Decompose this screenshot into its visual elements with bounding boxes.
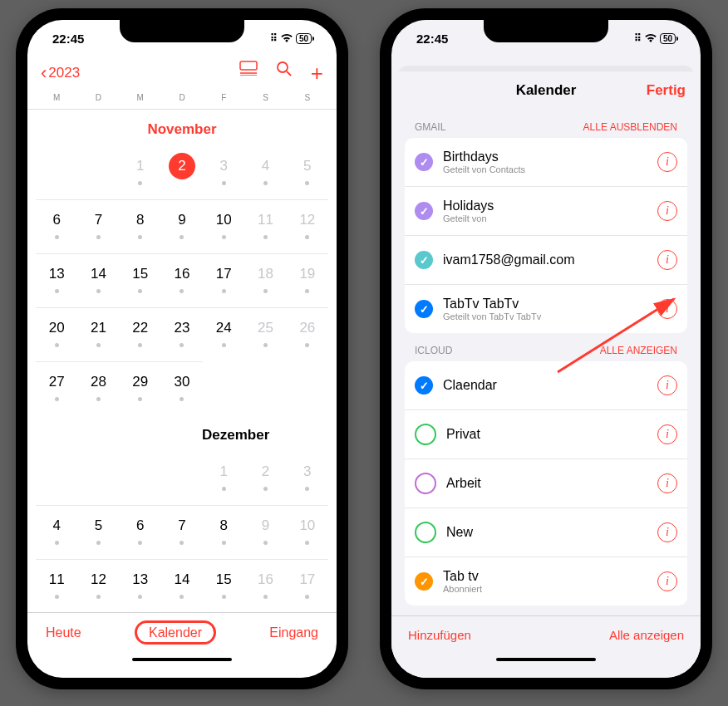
day-cell[interactable]: 14	[77, 253, 119, 307]
day-cell[interactable]: 30	[161, 361, 203, 415]
month-label: November	[36, 110, 328, 146]
calendar-row[interactable]: Newi	[405, 508, 687, 557]
calendar-row[interactable]: Tab tvAbonnierti	[405, 557, 687, 605]
day-cell[interactable]: 13	[120, 559, 161, 612]
day-cell[interactable]: 16	[161, 253, 203, 307]
day-cell[interactable]: 7	[77, 199, 119, 253]
day-cell[interactable]: 5	[77, 505, 119, 559]
day-cell[interactable]: 27	[36, 361, 77, 415]
day-cell[interactable]: 2	[161, 146, 203, 199]
info-icon[interactable]: i	[657, 571, 677, 591]
info-icon[interactable]: i	[657, 473, 677, 493]
day-cell[interactable]: 16	[244, 559, 286, 612]
day-cell[interactable]: 10	[203, 199, 244, 253]
day-cell[interactable]: 14	[161, 559, 203, 612]
event-dot	[138, 343, 142, 347]
calendar-row[interactable]: Arbeiti	[405, 459, 687, 508]
day-cell[interactable]: 19	[287, 253, 328, 307]
day-cell[interactable]: 2	[244, 452, 286, 505]
day-cell[interactable]: 10	[287, 505, 328, 559]
day-cell[interactable]: 7	[161, 505, 203, 559]
day-cell[interactable]: 6	[36, 199, 77, 253]
day-cell[interactable]: 11	[244, 199, 286, 253]
info-icon[interactable]: i	[657, 250, 677, 270]
calendar-scroll[interactable]: November12345678910111213141516171819202…	[27, 110, 337, 612]
section-action[interactable]: ALLE AUSBLENDEN	[583, 121, 677, 133]
info-icon[interactable]: i	[657, 152, 677, 172]
day-cell[interactable]: 20	[36, 307, 77, 361]
back-button[interactable]: ‹ 2023	[41, 62, 80, 84]
day-cell[interactable]: 3	[203, 146, 244, 199]
checkbox[interactable]	[415, 251, 433, 269]
day-cell[interactable]: 13	[36, 253, 77, 307]
day-cell[interactable]: 18	[244, 253, 286, 307]
day-cell[interactable]: 3	[287, 452, 328, 505]
wifi-icon	[644, 33, 657, 43]
checkbox[interactable]	[415, 424, 436, 445]
day-cell[interactable]: 9	[244, 505, 286, 559]
day-number: 2	[169, 153, 195, 179]
day-cell[interactable]: 11	[36, 559, 77, 612]
info-icon[interactable]: i	[657, 522, 677, 542]
calendar-row[interactable]: TabTv TabTvGeteilt von TabTv TabTvi	[405, 285, 687, 333]
calendar-row[interactable]: Claendari	[405, 361, 687, 410]
checkbox[interactable]	[415, 473, 436, 494]
calendar-row[interactable]: Privati	[405, 410, 687, 459]
day-cell[interactable]: 15	[120, 253, 161, 307]
checkbox[interactable]	[415, 153, 433, 171]
day-cell[interactable]: 4	[36, 505, 77, 559]
day-cell[interactable]: 5	[287, 146, 328, 199]
day-cell[interactable]: 17	[287, 559, 328, 612]
weekday-label: F	[203, 93, 244, 102]
day-cell[interactable]: 17	[203, 253, 244, 307]
day-cell[interactable]: 24	[203, 307, 244, 361]
day-cell[interactable]: 23	[161, 307, 203, 361]
section-action[interactable]: ALLE ANZEIGEN	[600, 345, 677, 356]
checkbox[interactable]	[415, 522, 436, 543]
event-dot	[96, 343, 101, 347]
day-cell[interactable]: 6	[120, 505, 161, 559]
day-cell[interactable]: 29	[120, 361, 161, 415]
calendar-list[interactable]: GMAILALLE AUSBLENDENBirthdaysGeteilt von…	[391, 110, 701, 615]
day-number: 27	[43, 369, 70, 395]
day-cell[interactable]: 8	[203, 505, 244, 559]
today-button[interactable]: Heute	[46, 625, 81, 640]
home-indicator[interactable]	[391, 653, 701, 678]
day-cell[interactable]: 28	[77, 361, 119, 415]
info-icon[interactable]: i	[657, 299, 677, 319]
day-number: 17	[210, 261, 237, 287]
day-cell[interactable]: 26	[287, 307, 328, 361]
info-icon[interactable]: i	[657, 424, 677, 444]
inbox-button[interactable]: Eingang	[269, 625, 318, 640]
calendar-row[interactable]: BirthdaysGeteilt von Contactsi	[405, 138, 687, 187]
search-icon[interactable]	[276, 61, 293, 86]
add-calendar-button[interactable]: Hinzufügen	[408, 628, 471, 642]
calendar-row[interactable]: HolidaysGeteilt voni	[405, 187, 687, 236]
day-cell[interactable]: 15	[203, 559, 244, 612]
list-view-icon[interactable]	[239, 61, 258, 86]
day-cell[interactable]: 21	[77, 307, 119, 361]
day-cell[interactable]: 25	[244, 307, 286, 361]
calendars-modal-screen: 22:45 ⠿ 50 Kalender Fertig GMAILALLE AUS…	[391, 20, 701, 678]
calendars-button[interactable]: Kalender	[135, 620, 216, 645]
calendar-row[interactable]: ivam1758@gmail.comi	[405, 236, 687, 285]
day-cell[interactable]: 1	[203, 452, 244, 505]
info-icon[interactable]: i	[657, 375, 677, 395]
checkbox[interactable]	[415, 376, 433, 395]
checkbox[interactable]	[415, 572, 433, 591]
day-cell[interactable]: 12	[287, 199, 328, 253]
add-icon[interactable]: +	[311, 61, 323, 86]
show-all-button[interactable]: Alle anzeigen	[609, 628, 684, 642]
day-cell[interactable]: 9	[161, 199, 203, 253]
done-button[interactable]: Fertig	[647, 82, 686, 99]
home-indicator[interactable]	[27, 653, 337, 678]
day-cell[interactable]: 4	[244, 146, 286, 199]
day-cell[interactable]: 1	[120, 146, 161, 199]
day-cell[interactable]: 22	[120, 307, 161, 361]
checkbox[interactable]	[415, 300, 433, 318]
day-cell[interactable]: 8	[120, 199, 161, 253]
event-dot	[305, 181, 309, 185]
info-icon[interactable]: i	[657, 201, 677, 221]
day-cell[interactable]: 12	[77, 559, 119, 612]
checkbox[interactable]	[415, 202, 433, 220]
